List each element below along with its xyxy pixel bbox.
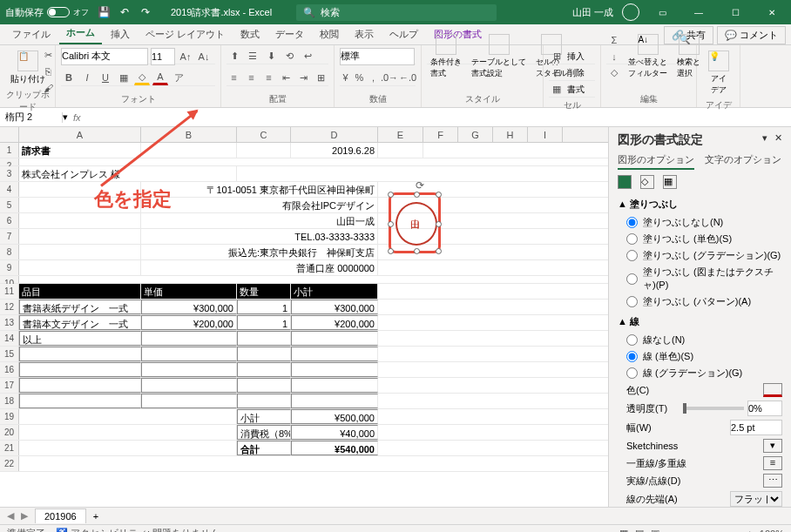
col-C[interactable]: C [237, 127, 291, 142]
resize-handle[interactable] [414, 192, 420, 198]
size-icon[interactable]: ▦ [663, 175, 677, 189]
zoom-in-icon[interactable]: + [747, 529, 752, 533]
number-format-select[interactable] [340, 48, 415, 65]
currency-icon[interactable]: ¥ [340, 70, 351, 85]
autosum-icon[interactable]: Σ [606, 32, 622, 48]
resize-handle[interactable] [436, 248, 442, 254]
username[interactable]: 山田 一成 [572, 6, 613, 19]
increase-decimal-icon[interactable]: .0→ [382, 70, 397, 85]
tab-help[interactable]: ヘルプ [382, 24, 425, 44]
bold-button[interactable]: B [61, 70, 77, 85]
fill-solid-radio[interactable] [626, 233, 638, 245]
close-icon[interactable]: ✕ [758, 0, 786, 24]
format-painter-icon[interactable]: 🖌 [40, 80, 56, 96]
align-left-icon[interactable]: ≡ [226, 70, 241, 85]
fill-patt-radio[interactable] [626, 296, 638, 307]
view-pagebreak-icon[interactable]: ▣ [651, 528, 659, 532]
resize-handle[interactable] [388, 248, 394, 254]
font-name-input[interactable] [61, 48, 148, 65]
line-grad-radio[interactable] [626, 367, 638, 379]
avatar[interactable] [622, 3, 639, 21]
tab-formulas[interactable]: 数式 [233, 24, 267, 44]
pane-dropdown-icon[interactable]: ▾ [762, 132, 767, 148]
redo-icon[interactable]: ↷ [138, 4, 153, 20]
tab-view[interactable]: 表示 [348, 24, 381, 44]
autosave-toggle[interactable]: 自動保存 オフ [5, 6, 89, 19]
conditional-format-button[interactable]: 条件付き 書式 [427, 32, 465, 81]
percent-icon[interactable]: % [354, 70, 365, 85]
transparency-slider[interactable] [683, 407, 744, 410]
col-F[interactable]: F [423, 127, 458, 142]
resize-handle[interactable] [388, 192, 394, 198]
resize-handle[interactable] [436, 221, 442, 227]
add-sheet-icon[interactable]: + [93, 511, 98, 522]
tab-pagelayout[interactable]: ページ レイアウト [139, 24, 232, 44]
cut-icon[interactable]: ✂ [40, 47, 56, 63]
indent-increase-icon[interactable]: ⇥ [296, 70, 311, 85]
search-box[interactable]: 🔍 検索 [296, 4, 497, 21]
border-icon[interactable]: ▦ [116, 70, 132, 85]
select-all[interactable] [0, 127, 19, 142]
tab-data[interactable]: データ [268, 24, 311, 44]
sketch-dropdown[interactable]: ▾ [763, 439, 782, 453]
col-I[interactable]: I [528, 127, 563, 142]
undo-icon[interactable]: ↶ [117, 4, 132, 20]
fill-pic-radio[interactable] [626, 273, 638, 285]
indent-decrease-icon[interactable]: ⇤ [279, 70, 294, 85]
wrap-text-icon[interactable]: ↩ [300, 49, 315, 64]
text-options-tab[interactable]: 文字のオプション [705, 153, 781, 170]
tab-file[interactable]: ファイル [5, 24, 57, 44]
sheet-nav-prev-icon[interactable]: ◀ [7, 510, 14, 522]
font-size-input[interactable] [151, 48, 175, 65]
delete-cells-icon[interactable]: ⊟ [549, 65, 565, 81]
view-normal-icon[interactable]: ▦ [619, 528, 628, 532]
ribbon-display-icon[interactable]: ▭ [648, 0, 676, 24]
pane-close-icon[interactable]: ✕ [774, 132, 782, 148]
resize-handle[interactable] [436, 192, 442, 198]
decrease-decimal-icon[interactable]: ←.0 [400, 70, 416, 85]
width-input[interactable] [730, 420, 782, 435]
line-color-picker[interactable] [763, 383, 782, 397]
comma-icon[interactable]: , [368, 70, 379, 85]
sort-filter-button[interactable]: A↓並べ替えと フィルター [625, 32, 671, 81]
clear-icon[interactable]: ◇ [606, 65, 622, 81]
save-icon[interactable]: 💾 [96, 4, 112, 20]
fx-icon[interactable]: fx [68, 112, 86, 123]
col-E[interactable]: E [378, 127, 423, 142]
fill-section-head[interactable]: ▲ 塗りつぶし [618, 198, 782, 211]
ideas-button[interactable]: 💡アイ デア [702, 49, 734, 98]
line-section-head[interactable]: ▲ 線 [618, 315, 782, 328]
increase-font-icon[interactable]: A↑ [178, 49, 193, 64]
col-G[interactable]: G [458, 127, 493, 142]
phonetic-icon[interactable]: ア [171, 70, 186, 85]
resize-handle[interactable] [414, 248, 420, 254]
dash-dropdown[interactable]: ⋯ [763, 474, 782, 488]
align-center-icon[interactable]: ≡ [244, 70, 259, 85]
worksheet-grid[interactable]: A B C D E F G H I 1請求書2019.6.28 2 3株式会社イ… [0, 127, 608, 507]
col-B[interactable]: B [141, 127, 237, 142]
format-cells-icon[interactable]: ▦ [549, 82, 565, 98]
align-top-icon[interactable]: ⬆ [226, 49, 242, 64]
shape-options-tab[interactable]: 図形のオプション [618, 153, 694, 170]
sheet-tab[interactable]: 201906 [35, 508, 86, 523]
col-A[interactable]: A [19, 127, 141, 142]
align-bottom-icon[interactable]: ⬇ [263, 49, 279, 64]
italic-button[interactable]: I [79, 70, 95, 85]
transparency-input[interactable] [747, 401, 782, 416]
maximize-icon[interactable]: ☐ [721, 0, 749, 24]
view-pagelayout-icon[interactable]: ▤ [635, 528, 644, 532]
oval-shape[interactable] [396, 202, 437, 246]
zoom-out-icon[interactable]: − [666, 529, 672, 533]
effects-icon[interactable]: ◇ [640, 175, 654, 189]
copy-icon[interactable]: ⎘ [40, 64, 56, 79]
align-right-icon[interactable]: ≡ [261, 70, 276, 85]
tab-home[interactable]: ホーム [59, 23, 102, 44]
name-box-input[interactable] [0, 112, 63, 123]
line-solid-radio[interactable] [626, 351, 638, 362]
fill-color-icon[interactable]: ◇ [134, 70, 150, 85]
tab-insert[interactable]: 挿入 [104, 24, 137, 44]
compound-dropdown[interactable]: ≡ [763, 456, 782, 470]
rotate-handle-icon[interactable]: ⟳ [416, 179, 424, 192]
minimize-icon[interactable]: — [685, 0, 713, 24]
fill-none-radio[interactable] [626, 217, 638, 228]
